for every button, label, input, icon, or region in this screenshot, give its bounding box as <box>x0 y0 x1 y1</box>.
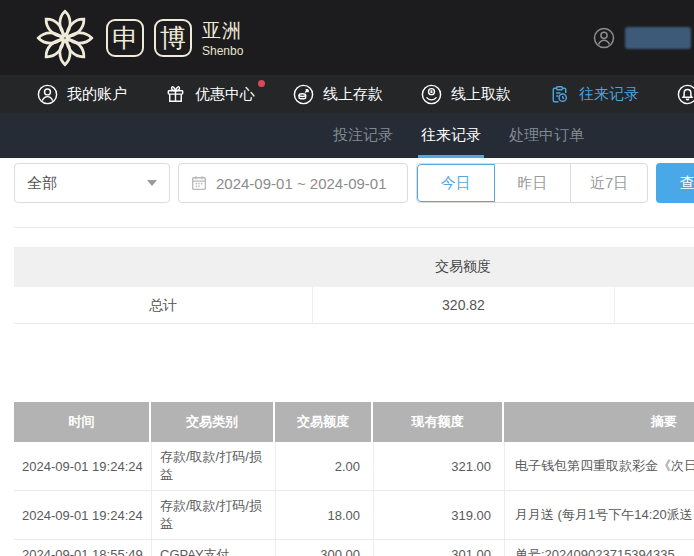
tab-label: 处理中订单 <box>509 126 584 145</box>
brand-char-1: 申 <box>106 19 144 57</box>
flower-logo-icon <box>34 7 96 69</box>
main-nav: 我的账户 优惠中心 线上存款 线上取款 <box>0 75 694 113</box>
account-area[interactable] <box>592 26 694 50</box>
today-button[interactable]: 今日 <box>417 164 495 202</box>
nav-item-promotions[interactable]: 优惠中心 <box>164 83 255 106</box>
cell-time: 2024-09-01 19:24:24 <box>14 491 151 539</box>
cell-summary: 电子钱包第四重取款彩金《次日 <box>504 442 694 490</box>
username-redacted <box>625 27 691 49</box>
last7days-button[interactable]: 近7日 <box>571 164 647 202</box>
nav-item-withdraw[interactable]: 线上取款 <box>420 83 511 106</box>
cell-time: 2024-09-01 18:55:49 <box>14 540 151 556</box>
col-type: 交易类别 <box>151 402 275 442</box>
cell-amount: 300.00 <box>275 540 373 556</box>
summary-total-row: 总计 320.82 <box>14 287 694 324</box>
cell-type: 存款/取款/打码/损益 <box>151 442 275 490</box>
yesterday-button[interactable]: 昨日 <box>495 164 572 202</box>
user-icon <box>36 83 59 106</box>
search-button[interactable]: 查询 <box>656 163 694 203</box>
gift-icon <box>164 83 187 106</box>
col-balance: 现有额度 <box>373 402 504 442</box>
calendar-icon <box>190 174 208 192</box>
nav-label: 我的账户 <box>67 85 127 104</box>
records-icon <box>548 83 571 106</box>
summary-header-row: 交易额度 <box>14 247 694 287</box>
brand-logo[interactable]: 申 博 亚洲 Shenbo <box>34 7 243 69</box>
tab-label: 往来记录 <box>421 126 481 145</box>
nav-item-deposit[interactable]: 线上存款 <box>292 83 383 106</box>
tab-pending-orders[interactable]: 处理中订单 <box>506 113 587 158</box>
cell-amount: 18.00 <box>275 491 373 539</box>
cell-balance: 319.00 <box>373 491 504 539</box>
records-header-row: 时间 交易类别 交易额度 现有额度 摘要 <box>14 402 694 442</box>
cell-balance: 321.00 <box>373 442 504 490</box>
brand-name-en: Shenbo <box>202 44 243 58</box>
tab-bet-records[interactable]: 投注记录 <box>330 113 396 158</box>
nav-label: 线上存款 <box>323 85 383 104</box>
table-row: 2024-09-01 18:55:49 CGPAY支付 300.00 301.0… <box>14 540 694 556</box>
nav-item-transaction-records[interactable]: 往来记录 <box>548 83 639 106</box>
record-tabs: 投注记录 往来记录 处理中订单 <box>0 113 694 158</box>
type-select-value: 全部 <box>27 174 57 193</box>
col-amount: 交易额度 <box>275 402 373 442</box>
cell-time: 2024-09-01 19:24:24 <box>14 442 151 490</box>
summary-total-value: 320.82 <box>312 287 614 323</box>
summary-table: 交易额度 总计 320.82 <box>14 247 694 324</box>
summary-total-extra <box>614 287 694 323</box>
cell-type: 存款/取款/打码/损益 <box>151 491 275 539</box>
table-row: 2024-09-01 19:24:24 存款/取款/打码/损益 2.00 321… <box>14 442 694 491</box>
cell-balance: 301.00 <box>373 540 504 556</box>
cell-summary-order-number[interactable]: 单号:202409023715394335 <box>504 540 694 556</box>
date-range-value: 2024-09-01 ~ 2024-09-01 <box>216 175 387 192</box>
nav-label: 线上取款 <box>451 85 511 104</box>
type-select[interactable]: 全部 <box>14 163 170 203</box>
notification-dot <box>258 80 265 87</box>
date-range-input[interactable]: 2024-09-01 ~ 2024-09-01 <box>178 163 408 203</box>
records-table: 时间 交易类别 交易额度 现有额度 摘要 2024-09-01 19:24:24… <box>14 402 694 556</box>
brand-char-2: 博 <box>154 19 192 57</box>
section-divider <box>14 227 694 228</box>
nav-item-messages[interactable]: 信息 <box>676 83 694 106</box>
chevron-down-icon <box>147 180 157 186</box>
nav-label: 优惠中心 <box>195 85 255 104</box>
table-row: 2024-09-01 19:24:24 存款/取款/打码/损益 18.00 31… <box>14 491 694 540</box>
filter-bar: 全部 2024-09-01 ~ 2024-09-01 今日 昨日 近7日 查询 <box>0 158 694 203</box>
tab-label: 投注记录 <box>333 126 393 145</box>
bell-icon <box>676 83 694 106</box>
deposit-icon <box>292 83 315 106</box>
withdraw-icon <box>420 83 443 106</box>
summary-total-label: 总计 <box>14 287 312 323</box>
user-circle-icon <box>592 26 616 50</box>
col-summary: 摘要 <box>504 402 694 442</box>
tab-transaction-records[interactable]: 往来记录 <box>418 113 484 158</box>
cell-summary: 月月送 (每月1号下午14:20派送 <box>504 491 694 539</box>
nav-label: 往来记录 <box>579 85 639 104</box>
cell-amount: 2.00 <box>275 442 373 490</box>
top-header: 申 博 亚洲 Shenbo <box>0 0 694 75</box>
brand-region: 亚洲 <box>202 18 243 44</box>
quick-range-group: 今日 昨日 近7日 <box>416 163 648 203</box>
summary-header-amount: 交易额度 <box>312 258 614 276</box>
cell-type: CGPAY支付 <box>151 540 275 556</box>
col-time: 时间 <box>14 402 151 442</box>
nav-item-my-account[interactable]: 我的账户 <box>36 83 127 106</box>
